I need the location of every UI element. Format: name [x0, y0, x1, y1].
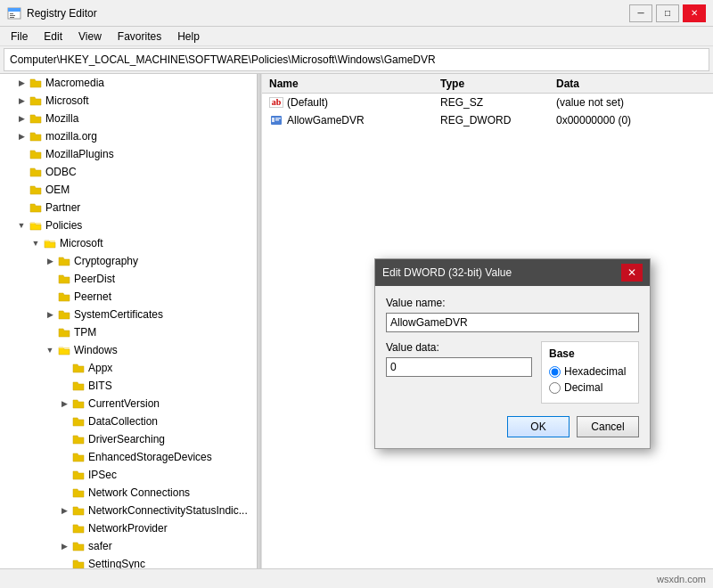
folder-icon-systemcerts	[57, 308, 71, 321]
expand-currentversion[interactable]: ▶	[57, 396, 71, 411]
menu-view[interactable]: View	[71, 29, 109, 45]
svg-rect-4	[10, 17, 14, 18]
title-bar: Registry Editor ─ □ ✕	[0, 0, 713, 27]
tree-item-microsoft[interactable]: ▶ Microsoft	[0, 92, 257, 110]
menu-help[interactable]: Help	[170, 29, 207, 45]
expand-macromedia[interactable]: ▶	[14, 76, 29, 90]
tree-item-datacollection[interactable]: ▶ DataCollection	[0, 412, 257, 430]
tree-item-mozilla[interactable]: ▶ Mozilla	[0, 110, 257, 127]
menu-file[interactable]: File	[4, 29, 35, 45]
folder-icon-partner	[29, 201, 43, 214]
tree-item-networkconnections[interactable]: ▶ Network Connections	[0, 484, 257, 502]
tree-item-windows[interactable]: ▼ Windows	[0, 341, 257, 359]
tree-label-systemcerts: SystemCertificates	[74, 308, 163, 321]
tree-item-macromedia[interactable]: ▶ Macromedia	[0, 74, 257, 92]
registry-row-allowgamedvr[interactable]: AllowGameDVR REG_DWORD 0x00000000 (0)	[262, 111, 713, 129]
radio-hexadecimal[interactable]: Hexadecimal	[549, 365, 631, 378]
col-header-data: Data	[556, 78, 713, 90]
folder-icon-mozillaorg	[29, 130, 43, 143]
tree-item-bits[interactable]: ▶ BITS	[0, 377, 257, 395]
expand-safer[interactable]: ▶	[57, 539, 71, 553]
folder-icon-datacollection	[71, 415, 86, 428]
menu-edit[interactable]: Edit	[37, 29, 70, 45]
value-name-input[interactable]	[386, 313, 639, 332]
dec-radio[interactable]	[549, 382, 561, 394]
tree-label-partner: Partner	[45, 201, 80, 214]
minimize-button[interactable]: ─	[629, 4, 652, 22]
folder-icon-settingsync	[71, 558, 86, 568]
dec-label: Decimal	[564, 381, 602, 394]
tree-item-cryptography[interactable]: ▶ Cryptography	[0, 252, 257, 270]
expand-networkconnectivity[interactable]: ▶	[57, 503, 71, 518]
registry-header: Name Type Data	[262, 74, 713, 94]
dialog-close-button[interactable]: ✕	[621, 264, 643, 282]
tree-item-settingsync[interactable]: ▶ SettingSync	[0, 555, 257, 568]
tree-item-mozillaplugins[interactable]: ▶ MozillaPlugins	[0, 145, 257, 163]
tree-label-mozilla: Mozilla	[45, 112, 78, 125]
tree-item-partner[interactable]: ▶ Partner	[0, 199, 257, 216]
folder-icon-policies-microsoft	[43, 237, 57, 249]
registry-data-allowgamedvr: 0x00000000 (0)	[556, 114, 713, 127]
tree-item-odbc[interactable]: ▶ ODBC	[0, 163, 257, 181]
registry-name-default: ab (Default)	[262, 96, 440, 109]
tree-label-peernet: Peernet	[74, 290, 111, 303]
tree-item-currentversion[interactable]: ▶ CurrentVersion	[0, 395, 257, 412]
svg-rect-8	[275, 119, 279, 121]
tree-item-policies-microsoft[interactable]: ▼ Microsoft	[0, 234, 257, 252]
radio-decimal[interactable]: Decimal	[549, 381, 631, 394]
status-bar: wsxdn.com	[0, 568, 713, 588]
tree-item-peerdist[interactable]: ▶ PeerDist	[0, 270, 257, 288]
reg-icon-allowgamedvr	[269, 114, 283, 127]
expand-cryptography[interactable]: ▶	[43, 254, 57, 268]
tree-item-oem[interactable]: ▶ OEM	[0, 181, 257, 199]
maximize-button[interactable]: □	[656, 4, 679, 22]
tree-item-mozillaorg[interactable]: ▶ mozilla.org	[0, 127, 257, 145]
expand-microsoft[interactable]: ▶	[14, 94, 29, 108]
folder-icon-driversearching	[71, 433, 86, 445]
tree-item-ipsec[interactable]: ▶ IPSec	[0, 466, 257, 484]
expand-policies-microsoft[interactable]: ▼	[29, 236, 43, 250]
tree-label-policies: Policies	[45, 219, 82, 232]
tree-item-policies[interactable]: ▼ Policies	[0, 216, 257, 234]
expand-systemcerts[interactable]: ▶	[43, 307, 57, 322]
dialog-buttons: OK Cancel	[386, 416, 639, 437]
tree-label-driversearching: DriverSearching	[88, 433, 165, 445]
address-bar: Computer\HKEY_LOCAL_MACHINE\SOFTWARE\Pol…	[4, 48, 709, 71]
menu-favorites[interactable]: Favorites	[111, 29, 168, 45]
tree-label-peerdist: PeerDist	[74, 273, 115, 285]
tree-item-enhancedstoragedevices[interactable]: ▶ EnhancedStorageDevices	[0, 448, 257, 466]
folder-icon-ipsec	[71, 469, 86, 481]
expand-windows[interactable]: ▼	[43, 343, 57, 357]
edit-dword-dialog[interactable]: Edit DWORD (32-bit) Value ✕ Value name: …	[374, 258, 651, 449]
window-title: Registry Editor	[27, 7, 97, 20]
close-button[interactable]: ✕	[683, 4, 706, 22]
expand-mozilla[interactable]: ▶	[14, 111, 29, 126]
cancel-button[interactable]: Cancel	[577, 416, 639, 437]
folder-icon-peerdist	[57, 273, 71, 285]
ok-button[interactable]: OK	[507, 416, 570, 437]
expand-policies[interactable]: ▼	[14, 218, 29, 233]
svg-rect-2	[10, 13, 13, 14]
hex-radio[interactable]	[549, 366, 561, 378]
registry-row-default[interactable]: ab (Default) REG_SZ (value not set)	[262, 94, 713, 111]
tree-item-driversearching[interactable]: ▶ DriverSearching	[0, 430, 257, 448]
tree-item-tpm[interactable]: ▶ TPM	[0, 323, 257, 341]
reg-icon-default: ab	[269, 97, 283, 108]
tree-item-networkprovider[interactable]: ▶ NetworkProvider	[0, 519, 257, 537]
folder-icon-macromedia	[29, 77, 43, 89]
folder-icon-tpm	[57, 326, 71, 339]
tree-label-oem: OEM	[45, 184, 70, 196]
tree-item-networkconnectivity[interactable]: ▶ NetworkConnectivityStatusIndic...	[0, 502, 257, 519]
tree-item-appx[interactable]: ▶ Appx	[0, 359, 257, 377]
tree-label-networkprovider: NetworkProvider	[88, 522, 168, 535]
tree-item-systemcerts[interactable]: ▶ SystemCertificates	[0, 306, 257, 323]
tree-item-peernet[interactable]: ▶ Peernet	[0, 288, 257, 306]
tree-panel[interactable]: ▶ Macromedia ▶ Microsoft ▶ Mozilla ▶	[0, 74, 258, 568]
tree-item-safer[interactable]: ▶ safer	[0, 537, 257, 555]
tree-label-mozillaorg: mozilla.org	[45, 130, 97, 143]
panel-divider[interactable]	[258, 74, 262, 568]
expand-mozillaorg[interactable]: ▶	[14, 129, 29, 143]
registry-type-allowgamedvr: REG_DWORD	[440, 114, 556, 127]
folder-icon-mozilla	[29, 112, 43, 125]
value-data-input[interactable]	[386, 357, 532, 377]
